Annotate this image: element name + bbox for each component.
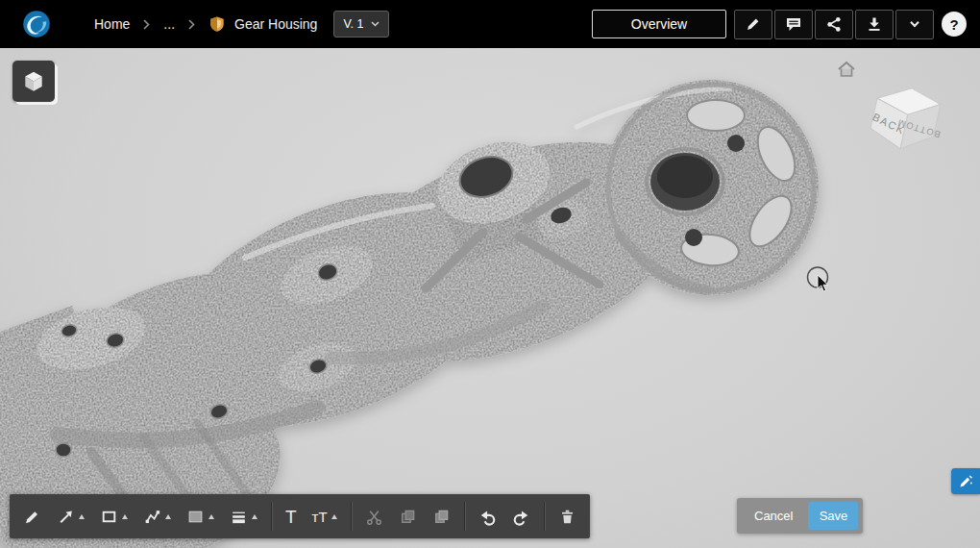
- shape-tool-button[interactable]: [92, 494, 135, 538]
- arrow-icon: [57, 508, 75, 526]
- fill-color-tool-button[interactable]: [179, 494, 222, 538]
- viewport[interactable]: BACK BOTTOM: [0, 48, 980, 548]
- text-tool-label: T: [285, 508, 297, 526]
- topbar-icon-group: [734, 10, 934, 39]
- version-label: V. 1: [343, 17, 363, 31]
- paste-tool-button[interactable]: [425, 494, 458, 538]
- overview-button[interactable]: Overview: [592, 10, 726, 38]
- line-style-tool-button[interactable]: [222, 494, 265, 538]
- save-button[interactable]: Save: [808, 502, 858, 530]
- breadcrumb-home[interactable]: Home: [94, 16, 130, 32]
- annotation-pen-icon: [958, 474, 973, 489]
- gear-housing-part: [0, 80, 819, 548]
- tool-flyout-caret-icon: [208, 514, 214, 519]
- arrow-tool-button[interactable]: [49, 494, 92, 538]
- text-size-tool-button[interactable]: тT: [305, 494, 345, 538]
- cut-tool-button[interactable]: [357, 494, 391, 538]
- logo-swirl-icon: [21, 9, 52, 39]
- model-shield-icon: [208, 15, 226, 33]
- view-cube-button[interactable]: [12, 61, 55, 102]
- delete-button[interactable]: [551, 494, 584, 538]
- trash-icon: [558, 508, 576, 526]
- undo-icon: [478, 508, 497, 526]
- cancel-button[interactable]: Cancel: [742, 502, 805, 530]
- comment-icon: [785, 15, 802, 33]
- topbar-actions: Overview: [592, 10, 967, 39]
- annotations-panel-button[interactable]: [951, 468, 980, 494]
- chevron-right-icon: [188, 19, 195, 30]
- text-tool-button[interactable]: T: [278, 494, 305, 538]
- help-button[interactable]: ?: [942, 12, 967, 37]
- home-view-button[interactable]: [836, 60, 857, 78]
- share-button[interactable]: [815, 10, 853, 39]
- annotation-toolbar: T тT: [10, 494, 590, 538]
- tool-flyout-caret-icon: [79, 514, 85, 519]
- tool-flyout-caret-icon: [165, 514, 171, 519]
- draw-tool-button[interactable]: [15, 494, 49, 538]
- action-bar: Cancel Save: [737, 498, 863, 534]
- tool-flyout-caret-icon: [122, 514, 128, 519]
- paste-icon: [432, 508, 451, 526]
- polyline-tool-button[interactable]: [135, 494, 179, 538]
- redo-icon: [512, 508, 530, 526]
- pencil-icon: [23, 508, 41, 526]
- copy-tool-button[interactable]: [391, 494, 425, 538]
- tool-flyout-caret-icon: [331, 514, 337, 519]
- gear-housing-model[interactable]: [0, 48, 980, 548]
- pencil-icon: [745, 15, 762, 33]
- comment-button[interactable]: [774, 10, 813, 39]
- tool-flyout-caret-icon: [252, 514, 257, 519]
- edit-button[interactable]: [734, 10, 772, 39]
- polyline-icon: [143, 508, 161, 526]
- chevron-down-icon: [906, 15, 923, 33]
- scissors-icon: [365, 508, 383, 526]
- toolbar-divider: [464, 502, 465, 531]
- undo-button[interactable]: [471, 494, 504, 538]
- toolbar-divider: [351, 502, 352, 531]
- chevron-right-icon: [143, 19, 150, 30]
- text-size-label: тT: [312, 510, 328, 524]
- home-icon: [837, 61, 856, 78]
- fill-swatch-icon: [186, 508, 205, 526]
- rectangle-icon: [100, 508, 118, 526]
- breadcrumb-ellipsis[interactable]: ...: [163, 16, 175, 32]
- toolbar-divider: [271, 502, 272, 531]
- app-logo[interactable]: [21, 9, 52, 39]
- download-button[interactable]: [855, 10, 894, 39]
- toolbar-divider: [544, 502, 545, 531]
- chevron-down-icon: [371, 21, 380, 27]
- top-bar: Home ... Gear Housing V. 1 Overview: [0, 0, 980, 48]
- redo-button[interactable]: [504, 494, 538, 538]
- copy-icon: [399, 508, 417, 526]
- breadcrumb: Home ... Gear Housing: [94, 15, 317, 33]
- breadcrumb-model-name: Gear Housing: [234, 16, 317, 32]
- download-icon: [866, 15, 883, 33]
- share-icon: [825, 15, 843, 33]
- cube-icon: [21, 69, 46, 94]
- line-weight-icon: [230, 508, 248, 526]
- orientation-cube[interactable]: BACK BOTTOM: [863, 77, 947, 162]
- more-menu-button[interactable]: [895, 10, 934, 39]
- version-dropdown[interactable]: V. 1: [333, 11, 388, 37]
